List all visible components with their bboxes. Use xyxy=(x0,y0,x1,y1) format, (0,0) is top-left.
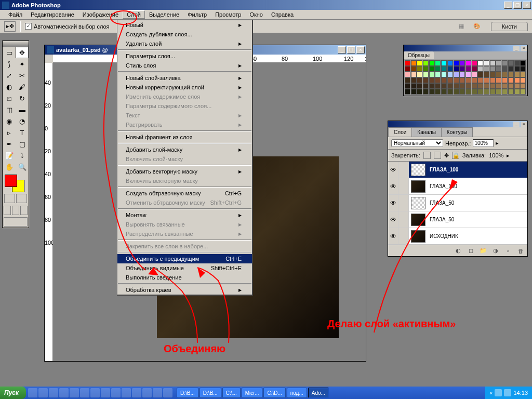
swatch[interactable] xyxy=(411,60,417,66)
layer-row[interactable]: 👁ГЛАЗА_100 xyxy=(388,178,527,195)
panel-close[interactable]: × xyxy=(521,46,527,51)
swatch[interactable] xyxy=(405,60,410,66)
swatch[interactable] xyxy=(459,89,465,95)
swatch[interactable] xyxy=(466,72,471,77)
heal-tool[interactable]: ◐ xyxy=(3,81,16,92)
fill-field[interactable]: 100% xyxy=(489,152,503,158)
ql-icon[interactable] xyxy=(132,388,141,397)
swatch[interactable] xyxy=(454,89,459,95)
layer-row[interactable]: 👁ИСХОДНИК xyxy=(388,228,527,245)
swatch[interactable] xyxy=(508,83,514,89)
ql-icon[interactable] xyxy=(70,388,79,397)
swatch[interactable] xyxy=(472,66,477,72)
swatch[interactable] xyxy=(423,89,429,95)
swatch[interactable] xyxy=(417,66,422,72)
swatch[interactable] xyxy=(520,77,526,83)
swatch[interactable] xyxy=(447,66,453,72)
swatch[interactable] xyxy=(484,89,489,95)
ql-icon[interactable] xyxy=(142,388,152,397)
menu-window[interactable]: Окно xyxy=(245,10,267,19)
swatch[interactable] xyxy=(496,77,501,83)
swatch[interactable] xyxy=(405,83,410,89)
taskbar-task[interactable]: C:\D... xyxy=(263,388,285,398)
lock-all-icon[interactable]: 🔒 xyxy=(452,152,459,159)
swatch[interactable] xyxy=(417,89,422,95)
shape-tool[interactable]: ▢ xyxy=(16,138,29,150)
swatch[interactable] xyxy=(490,77,496,83)
eraser-tool[interactable]: ◫ xyxy=(3,104,16,115)
swatch[interactable] xyxy=(423,72,429,77)
visibility-icon[interactable]: 👁 xyxy=(388,211,398,228)
slice-tool[interactable]: ✂ xyxy=(16,70,29,81)
link-cell[interactable] xyxy=(398,178,409,194)
marquee-tool[interactable]: ▭ xyxy=(3,47,16,58)
layer-style-button[interactable]: ◐ xyxy=(454,247,463,255)
taskbar-task[interactable]: D:\B... xyxy=(200,388,221,398)
swatch[interactable] xyxy=(496,89,501,95)
panel-minimize[interactable]: _ xyxy=(513,46,520,51)
visibility-icon[interactable]: 👁 xyxy=(388,228,398,244)
swatch[interactable] xyxy=(417,83,422,89)
delete-layer-button[interactable]: 🗑 xyxy=(516,247,525,255)
swatch[interactable] xyxy=(441,89,447,95)
doc-minimize[interactable]: _ xyxy=(338,46,346,54)
visibility-icon[interactable]: 👁 xyxy=(388,162,398,178)
menu-item[interactable]: Добавить слой-маску▶ xyxy=(117,145,252,154)
menu-item[interactable]: Объединить с предыдущимCtrl+E xyxy=(117,254,252,263)
menu-item[interactable]: Параметры слоя... xyxy=(117,51,252,61)
layer-mask-button[interactable]: ◻ xyxy=(466,247,475,255)
swatch[interactable] xyxy=(441,77,447,83)
swatch[interactable] xyxy=(447,77,453,83)
quickmask-mode-button[interactable] xyxy=(16,194,27,203)
lock-transparency-icon[interactable] xyxy=(423,152,431,159)
swatch[interactable] xyxy=(508,89,514,95)
swatch[interactable] xyxy=(490,60,496,66)
doc-close[interactable]: × xyxy=(356,46,365,54)
swatch[interactable] xyxy=(484,66,489,72)
swatch[interactable] xyxy=(514,89,520,95)
swatch[interactable] xyxy=(484,72,489,77)
swatch[interactable] xyxy=(405,77,410,83)
swatch[interactable] xyxy=(477,66,483,72)
swatch[interactable] xyxy=(411,83,417,89)
ql-icon[interactable] xyxy=(163,388,172,397)
swatch[interactable] xyxy=(490,83,496,89)
swatch[interactable] xyxy=(417,72,422,77)
ql-icon[interactable] xyxy=(153,388,162,397)
adjustment-layer-button[interactable]: ◑ xyxy=(491,247,500,255)
visibility-icon[interactable]: 👁 xyxy=(388,195,398,211)
align-button[interactable]: ▦ xyxy=(456,21,467,32)
swatch[interactable] xyxy=(477,72,483,77)
swatch[interactable] xyxy=(459,77,465,83)
eyedropper-tool[interactable]: ⤵ xyxy=(16,150,29,161)
swatch[interactable] xyxy=(423,60,429,66)
link-cell[interactable] xyxy=(398,162,409,178)
swatch[interactable] xyxy=(447,83,453,89)
menu-item[interactable]: Создать дубликат слоя... xyxy=(117,30,252,39)
swatches-tab[interactable]: Образцы xyxy=(404,51,434,59)
swatch[interactable] xyxy=(454,72,459,77)
menu-item[interactable]: Монтаж▶ xyxy=(117,210,252,220)
visibility-icon[interactable]: 👁 xyxy=(388,178,398,194)
jump-to-button[interactable] xyxy=(4,217,28,227)
zoom-tool[interactable]: 🔍 xyxy=(16,161,29,172)
swatch[interactable] xyxy=(484,60,489,66)
swatch[interactable] xyxy=(508,72,514,77)
swatch[interactable] xyxy=(405,89,410,95)
swatch[interactable] xyxy=(502,72,508,77)
history-brush-tool[interactable]: ↻ xyxy=(16,92,29,104)
brush-tool[interactable]: 🖌 xyxy=(16,81,29,92)
swatch[interactable] xyxy=(502,66,508,72)
swatch[interactable] xyxy=(490,72,496,77)
swatch[interactable] xyxy=(454,77,459,83)
menu-help[interactable]: Справка xyxy=(267,10,298,19)
swatch[interactable] xyxy=(472,89,477,95)
taskbar-task[interactable]: Ado... xyxy=(308,388,329,398)
tray-icon[interactable] xyxy=(495,389,502,396)
swatch[interactable] xyxy=(441,83,447,89)
swatch[interactable] xyxy=(502,60,508,66)
gradient-tool[interactable]: ▬ xyxy=(16,104,29,115)
taskbar-task[interactable]: Micr... xyxy=(242,388,263,398)
blend-mode-select[interactable]: Нормальный xyxy=(391,139,443,147)
ql-icon[interactable] xyxy=(28,388,37,397)
